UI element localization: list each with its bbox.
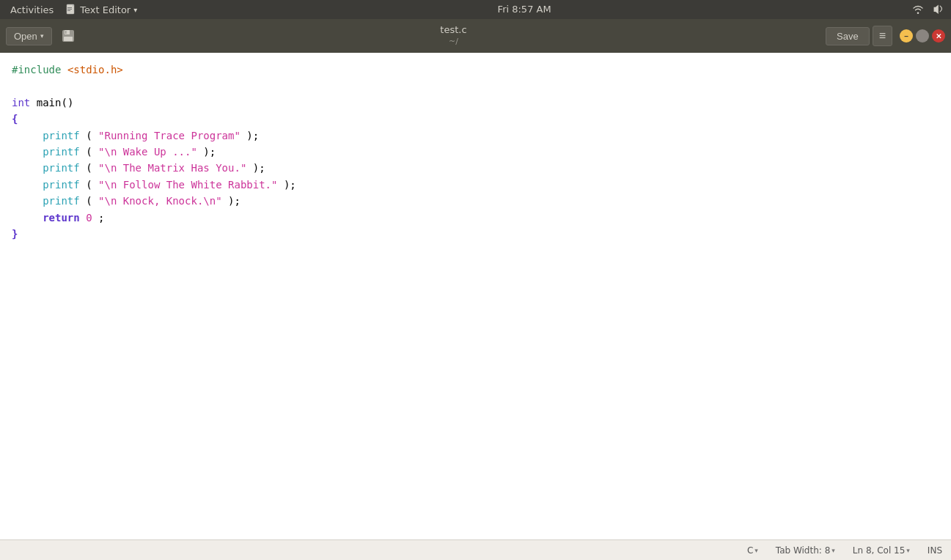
printf-call-5: printf (43, 195, 80, 207)
save-button[interactable]: Save (826, 27, 870, 45)
language-chevron: ▾ (754, 547, 758, 554)
svg-rect-6 (64, 37, 73, 41)
code-editor[interactable]: #include <stdio.h> int main() { printf (… (0, 53, 951, 539)
maximize-button[interactable] (916, 29, 929, 43)
time-display: Fri 8:57 AM (498, 4, 551, 15)
file-path: ~/ (449, 37, 458, 47)
system-bar-right (911, 4, 944, 16)
tab-chevron: ▾ (831, 547, 835, 554)
string-2: "\n Wake Up ..." (98, 146, 197, 158)
code-line-6: printf ( "\n Wake Up ..." ); (12, 144, 939, 160)
printf-call-3: printf (43, 162, 80, 174)
open-brace: { (12, 113, 18, 125)
minimize-button[interactable]: – (900, 29, 913, 43)
code-line-3: int main() (12, 95, 939, 111)
language-selector[interactable]: C ▾ (744, 544, 761, 557)
status-bar: C ▾ Tab Width: 8 ▾ Ln 8, Col 15 ▾ INS (0, 539, 951, 560)
system-bar-left: Activities Text Editor ▾ (7, 4, 137, 15)
tab-width-selector[interactable]: Tab Width: 8 ▾ (773, 544, 838, 557)
app-title: Text Editor (80, 4, 131, 15)
printf-call-4: printf (43, 179, 80, 191)
insert-mode: INS (928, 545, 942, 556)
tab-width-label: Tab Width: 8 (776, 545, 830, 556)
svg-rect-3 (67, 10, 70, 11)
save-icon-button[interactable] (55, 26, 81, 46)
file-title: test.c ~/ (440, 24, 466, 47)
printf-call-2: printf (43, 146, 80, 158)
include-keyword: #include (12, 64, 61, 75)
code-line-10: return 0 ; (12, 210, 939, 226)
code-line-7: printf ( "\n The Matrix Has You." ); (12, 160, 939, 176)
window-controls: – ✕ (900, 29, 945, 43)
position-selector[interactable]: Ln 8, Col 15 ▾ (850, 544, 913, 557)
file-name: test.c (440, 24, 466, 37)
app-name-menu[interactable]: Text Editor ▾ (65, 4, 137, 15)
svg-rect-7 (65, 31, 67, 34)
return-keyword: return (43, 212, 80, 224)
text-editor-icon (65, 4, 77, 15)
app-menu-chevron: ▾ (133, 6, 137, 14)
close-brace: } (12, 228, 18, 240)
hamburger-button[interactable]: ≡ (873, 26, 892, 46)
int-keyword: int (12, 97, 30, 108)
code-line-11: } (12, 226, 939, 242)
code-line-5: printf ( "Running Trace Program" ); (12, 128, 939, 144)
cursor-position: Ln 8, Col 15 (853, 545, 906, 556)
printf-call-1: printf (43, 130, 80, 141)
position-chevron: ▾ (906, 547, 910, 554)
code-line-8: printf ( "\n Follow The White Rabbit." )… (12, 177, 939, 193)
system-bar-center: Fri 8:57 AM (498, 4, 551, 15)
open-button[interactable]: Open ▾ (6, 27, 52, 45)
string-5: "\n Knock, Knock.\n" (98, 195, 222, 207)
open-label: Open (14, 31, 37, 42)
string-1: "Running Trace Program" (98, 130, 240, 141)
close-button[interactable]: ✕ (932, 29, 945, 43)
speaker-icon (932, 4, 944, 16)
svg-rect-2 (67, 9, 72, 10)
header-file: <stdio.h> (67, 64, 123, 75)
code-line-9: printf ( "\n Knock, Knock.\n" ); (12, 193, 939, 209)
string-4: "\n Follow The White Rabbit." (98, 179, 277, 191)
activities-button[interactable]: Activities (7, 4, 56, 15)
language-label: C (747, 545, 753, 556)
code-line-1: #include <stdio.h> (12, 62, 939, 78)
return-value: 0 (86, 212, 92, 224)
code-line-4: { (12, 111, 939, 127)
toolbar: Open ▾ test.c ~/ Save ≡ – ✕ (0, 19, 951, 53)
string-3: "\n The Matrix Has You." (98, 162, 246, 174)
system-bar: Activities Text Editor ▾ Fri 8:57 AM (0, 0, 951, 19)
svg-rect-1 (67, 7, 72, 8)
open-chevron: ▾ (40, 32, 44, 40)
code-line-2 (12, 78, 939, 94)
document-save-icon (61, 29, 76, 43)
wifi-icon (911, 4, 925, 16)
